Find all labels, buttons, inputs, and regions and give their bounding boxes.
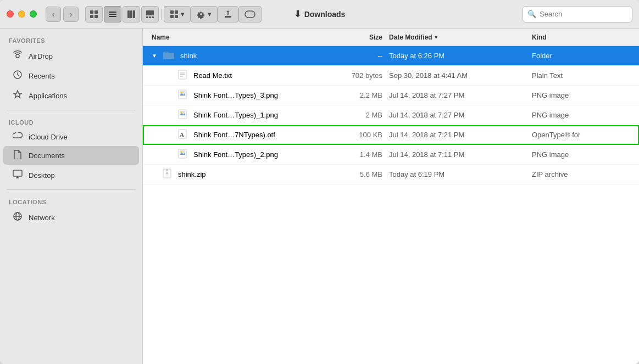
svg-rect-6 [109, 16, 116, 17]
file-name-cell: A Shink Font…7NTypes).otf [147, 129, 334, 141]
file-size: 100 KB [334, 131, 389, 139]
icloud-drive-icon [12, 132, 23, 142]
sidebar-item-airdrop[interactable]: AirDrop [3, 47, 139, 65]
back-button[interactable]: ‹ [46, 7, 61, 22]
table-row[interactable]: ▼ shink -- Today at 6:26 PM Folder [143, 46, 639, 66]
table-row[interactable]: Shink Font…Types)_3.png 2.2 MB Jul 14, 2… [143, 86, 639, 105]
sidebar-divider-2 [7, 189, 136, 190]
settings-button[interactable]: ▾ [191, 6, 218, 23]
file-size: 2.2 MB [334, 91, 389, 99]
file-name: shink [180, 52, 197, 60]
sort-chevron-icon: ▾ [435, 34, 437, 40]
col-size-header[interactable]: Size [334, 33, 389, 41]
col-kind-header[interactable]: Kind [532, 33, 635, 41]
file-size: 2 MB [334, 111, 389, 119]
sidebar-item-network[interactable]: Network [3, 208, 139, 227]
svg-rect-15 [175, 10, 178, 14]
table-row[interactable]: shink.zip 5.6 MB Today at 6:19 PM ZIP ar… [143, 165, 639, 184]
maximize-button[interactable] [30, 10, 37, 18]
chevron-down-icon-settings: ▾ [208, 10, 212, 18]
sidebar-item-applications[interactable]: Applications [3, 86, 139, 105]
folder-icon [163, 50, 175, 61]
file-date: Sep 30, 2018 at 4:41 AM [389, 71, 532, 80]
svg-rect-13 [152, 16, 154, 18]
window-title-text: Downloads [304, 10, 346, 19]
svg-rect-5 [109, 14, 116, 15]
file-date: Today at 6:26 PM [389, 52, 532, 60]
table-row[interactable]: Shink Font…Types)_2.png 1.4 MB Jul 14, 2… [143, 145, 639, 165]
search-icon: 🔍 [527, 10, 536, 18]
col-name-header[interactable]: Name [147, 33, 334, 41]
svg-rect-2 [90, 15, 93, 18]
table-row[interactable]: Shink Font…Types)_1.png 2 MB Jul 14, 201… [143, 105, 639, 125]
disclosure-icon: ▼ [152, 53, 158, 59]
downloads-icon: ⬇ [294, 9, 301, 19]
view-group-button[interactable]: ▾ [164, 6, 191, 23]
forward-button[interactable]: › [63, 7, 79, 22]
svg-rect-46 [166, 172, 168, 174]
view-icons-button[interactable] [85, 6, 103, 23]
sidebar-desktop-label: Desktop [29, 171, 55, 180]
col-date-header[interactable]: Date Modified ▾ [389, 33, 532, 41]
file-kind: PNG image [532, 111, 635, 119]
file-name: Shink Font…Types)_2.png [193, 150, 278, 159]
file-size: 1.4 MB [334, 150, 389, 159]
sidebar-item-icloud-drive[interactable]: iCloud Drive [3, 128, 139, 145]
search-bar[interactable]: 🔍 [523, 6, 632, 23]
file-size: 702 bytes [334, 71, 389, 80]
sidebar-airdrop-label: AirDrop [29, 52, 53, 60]
view-columns-button[interactable] [123, 6, 140, 23]
file-name-cell: Shink Font…Types)_3.png [147, 89, 334, 101]
svg-point-19 [16, 54, 19, 58]
file-name: shink.zip [178, 170, 206, 178]
sidebar-icloud-drive-label: iCloud Drive [29, 133, 68, 141]
share-button[interactable] [218, 6, 238, 23]
file-rows: ▼ shink -- Today at 6:26 PM Folder [143, 46, 639, 364]
sidebar-locations-title: Locations [0, 194, 142, 208]
nav-buttons: ‹ › [46, 7, 79, 22]
view-gallery-button[interactable] [141, 6, 159, 23]
sidebar-item-desktop[interactable]: Desktop [3, 166, 139, 184]
sidebar-item-documents[interactable]: Documents [3, 146, 139, 165]
svg-rect-45 [166, 171, 168, 172]
svg-rect-9 [133, 10, 135, 18]
network-icon [12, 211, 23, 223]
sidebar-recents-label: Recents [29, 72, 55, 80]
desktop-icon [12, 169, 23, 181]
view-list-button[interactable] [104, 6, 121, 23]
file-date: Jul 14, 2018 at 7:11 PM [389, 150, 532, 159]
toolbar-right: 🔍 [523, 6, 632, 23]
tag-button[interactable] [238, 6, 262, 23]
svg-rect-11 [146, 16, 148, 18]
minimize-button[interactable] [18, 10, 25, 18]
search-input[interactable] [540, 10, 627, 18]
file-kind: OpenType® for [532, 131, 635, 139]
svg-rect-3 [95, 15, 98, 18]
file-name: Read Me.txt [193, 71, 232, 80]
svg-rect-8 [130, 10, 132, 18]
documents-icon [12, 149, 23, 161]
svg-rect-44 [166, 169, 168, 171]
file-size: 5.6 MB [334, 170, 389, 178]
file-name: Shink Font…Types)_3.png [193, 91, 278, 99]
sidebar-network-label: Network [29, 214, 55, 222]
file-kind: Plain Text [532, 71, 635, 80]
file-name-cell: Shink Font…Types)_1.png [147, 109, 334, 121]
font-file-icon: A [178, 129, 187, 141]
file-name-cell: Shink Font…Types)_2.png [147, 149, 334, 160]
svg-rect-1 [95, 10, 98, 14]
file-date: Jul 14, 2018 at 7:27 PM [389, 91, 532, 99]
table-row[interactable]: Read Me.txt 702 bytes Sep 30, 2018 at 4:… [143, 66, 639, 86]
applications-icon [12, 89, 23, 102]
sidebar-favorites-title: Favorites [0, 33, 142, 46]
file-kind: Folder [532, 52, 635, 60]
finder-window: ‹ › [0, 0, 639, 364]
sidebar-item-recents[interactable]: Recents [3, 66, 139, 85]
file-date: Jul 14, 2018 at 7:27 PM [389, 111, 532, 119]
file-kind: ZIP archive [532, 170, 635, 178]
svg-rect-14 [170, 10, 174, 14]
file-list-container: Name Size Date Modified ▾ Kind ▼ [143, 29, 639, 364]
close-button[interactable] [7, 10, 14, 18]
sidebar-icloud-title: iCloud [0, 115, 142, 128]
table-row[interactable]: A Shink Font…7NTypes).otf 100 KB Jul 14,… [143, 125, 639, 145]
